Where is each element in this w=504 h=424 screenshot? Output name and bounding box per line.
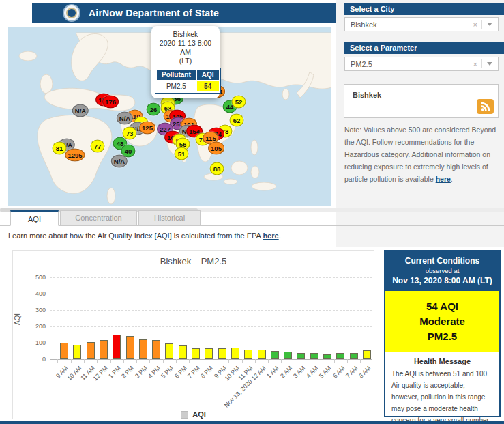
chart-bar-6-am[interactable] <box>336 353 344 359</box>
tab-concentration[interactable]: Concentration <box>60 210 137 226</box>
chart-bar-2-pm[interactable] <box>126 336 134 359</box>
chart-gridline <box>50 326 372 327</box>
chart-bar-8-pm[interactable] <box>205 348 213 359</box>
chart-x-label: 6 AM <box>331 365 346 380</box>
chart-x-tick <box>347 359 348 363</box>
map-marker-81[interactable]: 81 <box>53 142 67 155</box>
chart-x-tick <box>84 359 85 363</box>
chevron-down-icon[interactable] <box>487 23 492 26</box>
chart-y-tick: 100 <box>24 339 46 346</box>
chart-gridline <box>50 310 372 311</box>
chart-bar-4-am[interactable] <box>310 353 318 359</box>
footer-bar <box>0 421 504 424</box>
current-aqi-category: Moderate <box>388 314 496 329</box>
map-marker-88[interactable]: 88 <box>210 162 224 175</box>
map-marker-62[interactable]: 62 <box>230 114 244 127</box>
chart-gridline <box>50 343 372 343</box>
chart-x-tick <box>268 359 269 363</box>
city-feed-box: Bishkek <box>344 84 499 118</box>
chart-bar-2-am[interactable] <box>284 352 292 359</box>
chart-bar-5-am[interactable] <box>323 354 331 359</box>
chart-bar-4-pm[interactable] <box>152 340 160 359</box>
map-marker-125[interactable]: 125 <box>139 122 155 135</box>
chart-y-axis-label: AQI <box>14 313 21 325</box>
legend-swatch <box>181 411 188 419</box>
city-clear-icon[interactable]: × <box>469 20 481 29</box>
chevron-down-icon[interactable] <box>487 62 492 66</box>
current-aqi-value: 54 AQI <box>388 299 496 314</box>
chart-bar-7-am[interactable] <box>350 353 358 359</box>
chart-x-label: 4 PM <box>147 365 162 380</box>
chart-y-tick: 300 <box>24 307 46 313</box>
map-marker-176[interactable]: 176 <box>102 96 119 109</box>
map-marker-1295[interactable]: 1295 <box>65 149 85 162</box>
parameter-clear-icon[interactable]: × <box>469 60 481 68</box>
chart-x-tick <box>203 359 203 363</box>
current-aqi-block: 54 AQI Moderate PM2.5 <box>385 291 499 352</box>
health-message-text: The AQI is between 51 and 100. Air quali… <box>385 368 499 424</box>
popup-datetime: 2020-11-13 8:00 AM <box>155 39 216 57</box>
observed-at-label: observed at <box>388 267 496 274</box>
popup-col-aqi: AQI <box>197 70 219 80</box>
tab-historical[interactable]: Historical <box>138 210 201 226</box>
chart-x-label: 10 AM <box>65 365 83 382</box>
chart-bar-nov-13-2020-12-am[interactable] <box>258 350 266 359</box>
chart-x-tick <box>189 359 190 363</box>
chart-bar-11-am[interactable] <box>87 342 95 359</box>
map-marker-26[interactable]: 26 <box>147 103 161 116</box>
parameter-select-value: PM2.5 <box>351 60 372 68</box>
map-marker-52[interactable]: 52 <box>232 96 246 109</box>
chart-bar-9-am[interactable] <box>60 343 68 359</box>
chart-bar-1-am[interactable] <box>271 351 279 359</box>
map-marker-105[interactable]: 105 <box>208 142 224 155</box>
chart-gridline <box>50 294 372 294</box>
map-marker-51[interactable]: 51 <box>175 147 189 160</box>
chart-bar-5-pm[interactable] <box>165 343 173 359</box>
chart-bar-1-pm[interactable] <box>113 335 121 359</box>
note-here-link[interactable]: here <box>436 175 451 183</box>
chart-gridline <box>50 277 372 278</box>
chart-bar-10-am[interactable] <box>73 345 81 359</box>
popup-aqi-value: 54 <box>197 81 219 91</box>
chart-x-tick <box>255 359 256 363</box>
chart-gridline <box>50 359 372 360</box>
chart-bar-12-pm[interactable] <box>100 340 108 359</box>
aqi-bar-chart: Bishkek – PM2.5 AQI AQI 0100200300400500… <box>12 250 374 419</box>
chart-x-label: 8 PM <box>199 365 214 380</box>
chart-x-label: 2 AM <box>279 365 294 380</box>
chart-x-label: 6 PM <box>173 365 188 380</box>
chart-bar-3-am[interactable] <box>297 353 305 359</box>
popup-timezone: (LT) <box>155 57 216 66</box>
map-marker-73[interactable]: 73 <box>123 127 137 140</box>
chart-bar-9-pm[interactable] <box>218 348 226 359</box>
chart-y-tick: 200 <box>24 323 46 330</box>
chart-bar-8-am[interactable] <box>363 350 371 359</box>
city-select[interactable]: Bishkek × <box>344 17 499 31</box>
epa-here-link[interactable]: here <box>263 231 278 240</box>
chart-y-tick: 0 <box>24 356 46 363</box>
chart-x-label: 3 AM <box>292 365 307 380</box>
parameter-select[interactable]: PM2.5 × <box>344 57 499 71</box>
chart-y-tick: 400 <box>24 290 46 297</box>
rss-icon[interactable] <box>477 99 494 114</box>
chart-bar-3-pm[interactable] <box>139 339 147 359</box>
map-marker-77[interactable]: 77 <box>91 140 105 153</box>
tab-aqi[interactable]: AQI <box>10 210 59 226</box>
parameter-select-header: Select a Parameter <box>344 42 504 54</box>
chart-x-label: 7 PM <box>186 365 201 380</box>
chart-x-label: 5 AM <box>318 365 333 380</box>
current-conditions-header: Current Conditions observed at Nov 13, 2… <box>385 251 499 291</box>
learn-more-text: Learn more about how the Air Quality Ind… <box>8 231 281 240</box>
chart-bar-6-pm[interactable] <box>179 345 187 359</box>
chart-x-tick <box>360 359 361 363</box>
chart-x-label: 1 PM <box>107 365 122 380</box>
dos-seal-icon <box>63 4 80 22</box>
popup-city: Bishkek <box>155 30 216 39</box>
chart-x-tick <box>110 359 111 363</box>
chart-x-tick <box>176 359 177 363</box>
chart-bar-10-pm[interactable] <box>231 348 239 359</box>
chart-bar-7-pm[interactable] <box>192 348 200 359</box>
chart-x-tick <box>123 359 124 363</box>
chart-legend[interactable]: AQI <box>13 410 374 419</box>
chart-bar-11-pm[interactable] <box>244 350 252 359</box>
